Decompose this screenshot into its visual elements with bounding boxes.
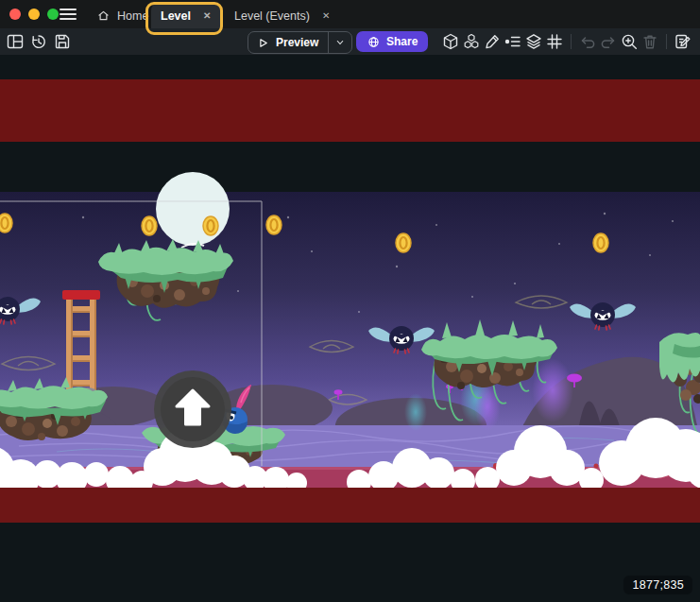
coin[interactable] — [203, 216, 218, 235]
toolbar-separator — [666, 34, 667, 49]
coin[interactable] — [142, 216, 157, 235]
share-button[interactable]: Share — [356, 31, 428, 52]
tab-level-label: Level — [161, 9, 191, 23]
objects-icon[interactable] — [441, 32, 460, 51]
save-icon[interactable] — [53, 32, 72, 51]
grid-icon[interactable] — [545, 32, 564, 51]
cursor-coordinates: 1877;835 — [623, 576, 692, 594]
maximize-window-button[interactable] — [47, 9, 59, 20]
delete-icon[interactable] — [640, 32, 659, 51]
preview-button[interactable]: Preview — [248, 31, 352, 54]
chevron-down-icon — [334, 37, 346, 48]
preview-dropdown-button[interactable] — [328, 32, 351, 53]
zoom-in-icon[interactable] — [620, 32, 639, 51]
instances-list-icon[interactable] — [504, 32, 522, 51]
brush-icon[interactable] — [483, 32, 502, 51]
title-bar: Home Level ✕ Level (Events) ✕ — [0, 0, 700, 28]
share-label: Share — [386, 35, 418, 48]
window-controls — [9, 9, 59, 20]
coin[interactable] — [266, 215, 282, 234]
tab-level[interactable]: Level ✕ — [151, 3, 220, 28]
redo-icon[interactable] — [599, 32, 618, 51]
preview-label: Preview — [276, 36, 318, 49]
minimize-window-button[interactable] — [28, 9, 40, 20]
moon[interactable] — [156, 172, 230, 246]
coin[interactable] — [593, 233, 608, 252]
coin[interactable] — [0, 214, 12, 232]
edit-properties-icon[interactable] — [674, 32, 692, 51]
layers-icon[interactable] — [524, 32, 543, 51]
tab-level-events-close-icon[interactable]: ✕ — [322, 10, 330, 21]
globe-icon — [367, 35, 381, 49]
play-icon — [256, 36, 270, 50]
tab-level-events[interactable]: Level (Events) ✕ — [225, 3, 339, 28]
scene-canvas[interactable]: 1877;835 — [0, 55, 700, 602]
bottom-red-band — [0, 488, 700, 523]
tab-home[interactable]: Home — [87, 3, 158, 28]
coin[interactable] — [396, 233, 411, 252]
undo-icon[interactable] — [578, 32, 597, 51]
menu-icon[interactable] — [59, 7, 77, 22]
top-red-band — [0, 79, 700, 142]
object-groups-icon[interactable] — [462, 32, 481, 51]
toolbar-separator — [571, 34, 572, 49]
toolbar: Preview Share — [0, 28, 700, 55]
tab-level-close-icon[interactable]: ✕ — [203, 10, 211, 21]
history-icon[interactable] — [29, 32, 48, 51]
panels-icon[interactable] — [6, 32, 25, 51]
tab-level-events-label: Level (Events) — [234, 9, 310, 23]
tab-home-label: Home — [117, 9, 148, 23]
up-arrow-button[interactable] — [154, 370, 231, 448]
close-window-button[interactable] — [9, 9, 21, 20]
home-icon — [96, 9, 111, 23]
